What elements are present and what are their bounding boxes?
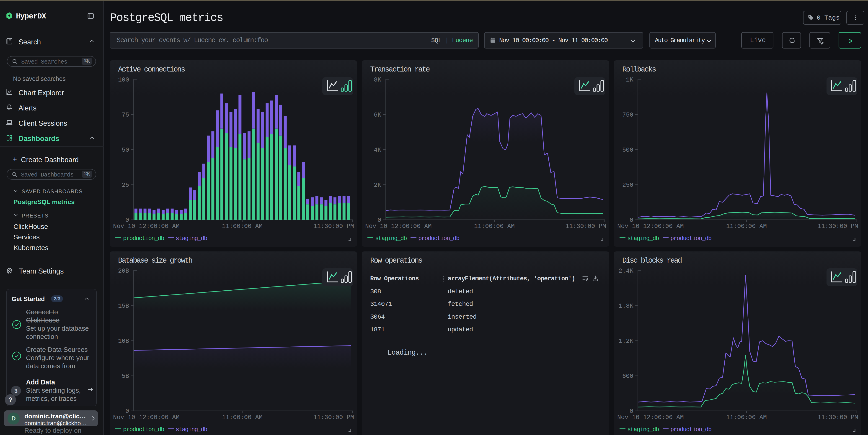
svg-text:Nov 10 12:00:00 AM: Nov 10 12:00:00 AM — [113, 223, 180, 230]
svg-text:0: 0 — [629, 408, 633, 415]
svg-text:staging_db: staging_db — [627, 235, 659, 242]
svg-text:750: 750 — [622, 111, 633, 119]
svg-text:staging_db: staging_db — [176, 426, 207, 433]
svg-text:production_db: production_db — [671, 235, 711, 242]
svg-text:staging_db: staging_db — [176, 235, 207, 242]
svg-text:50: 50 — [122, 147, 129, 154]
svg-text:2.4K: 2.4K — [619, 268, 634, 274]
svg-text:250: 250 — [622, 182, 633, 189]
svg-text:0: 0 — [125, 217, 129, 224]
svg-text:11:00:00 AM: 11:00:00 AM — [726, 414, 767, 421]
svg-text:1.2K: 1.2K — [619, 338, 634, 344]
svg-text:15B: 15B — [118, 303, 129, 309]
svg-text:11:30:00 PM: 11:30:00 PM — [313, 414, 354, 421]
svg-text:100: 100 — [118, 76, 129, 83]
svg-text:11:00:00 AM: 11:00:00 AM — [726, 223, 767, 230]
svg-text:4K: 4K — [374, 147, 381, 154]
svg-text:1K: 1K — [626, 76, 633, 83]
svg-text:production_db: production_db — [418, 235, 459, 242]
svg-text:20B: 20B — [118, 268, 129, 274]
svg-text:75: 75 — [122, 111, 129, 119]
svg-text:Nov 10 12:00:00 AM: Nov 10 12:00:00 AM — [617, 223, 684, 230]
svg-text:25: 25 — [122, 182, 129, 189]
svg-text:1.8K: 1.8K — [619, 303, 634, 309]
svg-text:11:30:00 PM: 11:30:00 PM — [565, 223, 606, 230]
svg-text:11:30:00 PM: 11:30:00 PM — [313, 223, 354, 230]
svg-text:staging_db: staging_db — [375, 235, 407, 242]
svg-text:10B: 10B — [118, 338, 129, 344]
svg-text:Nov 10 12:00:00 AM: Nov 10 12:00:00 AM — [617, 414, 684, 421]
svg-text:5B: 5B — [122, 373, 129, 380]
svg-text:6K: 6K — [374, 111, 381, 119]
svg-text:staging_db: staging_db — [627, 426, 659, 433]
svg-text:11:00:00 AM: 11:00:00 AM — [222, 414, 262, 421]
svg-text:0: 0 — [125, 408, 129, 415]
svg-text:production_db: production_db — [671, 426, 711, 433]
svg-text:production_db: production_db — [123, 426, 164, 433]
svg-text:11:30:00 PM: 11:30:00 PM — [817, 414, 858, 421]
svg-text:Nov 10 12:00:00 AM: Nov 10 12:00:00 AM — [365, 223, 432, 230]
svg-text:0: 0 — [377, 217, 381, 224]
svg-text:production_db: production_db — [123, 235, 164, 242]
svg-text:600: 600 — [622, 373, 633, 380]
svg-text:11:00:00 AM: 11:00:00 AM — [222, 223, 262, 230]
svg-text:11:30:00 PM: 11:30:00 PM — [817, 223, 858, 230]
svg-text:500: 500 — [622, 147, 633, 154]
svg-text:11:00:00 AM: 11:00:00 AM — [474, 223, 515, 230]
svg-text:8K: 8K — [374, 76, 381, 83]
svg-text:Nov 10 12:00:00 AM: Nov 10 12:00:00 AM — [113, 414, 180, 421]
svg-text:2K: 2K — [374, 182, 381, 189]
svg-text:0: 0 — [629, 217, 633, 224]
